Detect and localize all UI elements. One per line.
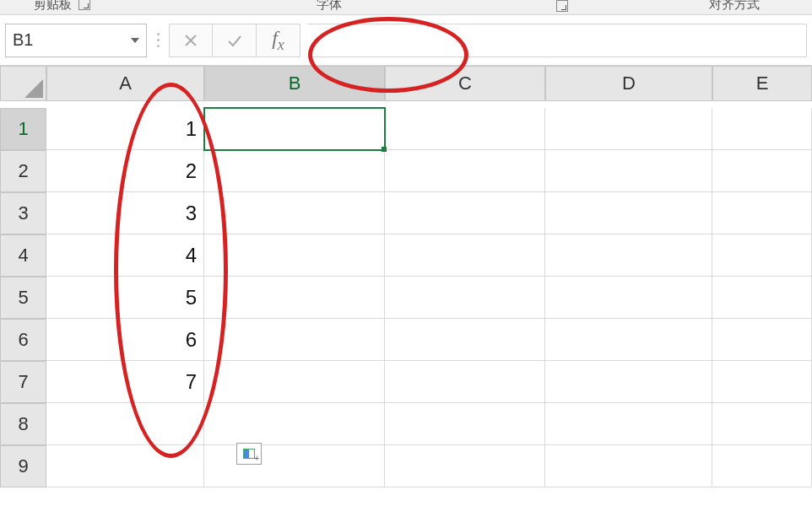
x-icon: [183, 33, 198, 48]
cell-B9[interactable]: [204, 445, 385, 487]
dialog-launcher-icon[interactable]: [78, 0, 90, 10]
autofill-icon: [243, 449, 255, 459]
chevron-down-icon[interactable]: [131, 38, 139, 43]
formula-bar-row: B1 fx: [0, 15, 812, 66]
cell-B6[interactable]: [204, 319, 385, 361]
cell-A4[interactable]: 4: [46, 234, 204, 277]
ribbon-group-alignment: 对齐方式: [709, 0, 760, 13]
cell-B5[interactable]: [204, 277, 385, 319]
row-header-1[interactable]: 1: [0, 108, 46, 150]
formula-bar-buttons: fx: [169, 24, 300, 57]
cell-D4[interactable]: [545, 234, 712, 277]
row-header-6[interactable]: 6: [0, 319, 46, 361]
row-header-5[interactable]: 5: [0, 277, 46, 319]
cell-C7[interactable]: [385, 361, 545, 403]
cell-C8[interactable]: [385, 403, 545, 445]
autofill-options-button[interactable]: +: [236, 443, 262, 465]
cell-A5[interactable]: 5: [46, 277, 204, 319]
column-header-B[interactable]: B: [204, 66, 385, 101]
plus-icon: +: [254, 455, 259, 463]
cell-C2[interactable]: [385, 150, 545, 192]
cell-B8[interactable]: [204, 403, 385, 445]
cell-E4[interactable]: [712, 234, 812, 277]
cell-A9[interactable]: [46, 445, 204, 487]
cell-C6[interactable]: [385, 319, 545, 361]
cell-A2[interactable]: 2: [46, 150, 204, 192]
separator-dots: [154, 33, 162, 47]
row-header-3[interactable]: 3: [0, 192, 46, 234]
check-icon: [226, 32, 243, 49]
cell-D3[interactable]: [545, 192, 712, 234]
cell-C4[interactable]: [385, 234, 545, 277]
cell-B1[interactable]: [204, 108, 385, 150]
row-header-2[interactable]: 2: [0, 150, 46, 192]
cell-C9[interactable]: [385, 445, 545, 487]
ribbon-group-font: 字体: [317, 0, 342, 13]
row-header-9[interactable]: 9: [0, 445, 46, 487]
cell-D1[interactable]: [545, 108, 712, 150]
cell-E5[interactable]: [712, 277, 812, 319]
cell-A7[interactable]: 7: [46, 361, 204, 403]
cell-D8[interactable]: [545, 403, 712, 445]
formula-input[interactable]: [307, 24, 807, 57]
cell-A6[interactable]: 6: [46, 319, 204, 361]
cell-B3[interactable]: [204, 192, 385, 234]
cell-A1[interactable]: 1: [46, 108, 204, 150]
cell-C5[interactable]: [385, 277, 545, 319]
column-header-D[interactable]: D: [545, 66, 712, 101]
name-box-value: B1: [13, 30, 33, 50]
ribbon-group-labels: 剪贴板 字体 对齐方式: [0, 0, 812, 15]
cell-D6[interactable]: [545, 319, 712, 361]
cell-C1[interactable]: [385, 108, 545, 150]
cell-A8[interactable]: [46, 403, 204, 445]
cell-D7[interactable]: [545, 361, 712, 403]
spreadsheet-grid[interactable]: A B C D E 1 1 2 2 3 3 4 4 5 5 6 6 7 7 8: [0, 66, 812, 487]
cell-E3[interactable]: [712, 192, 812, 234]
column-header-C[interactable]: C: [385, 66, 545, 101]
name-box[interactable]: B1: [5, 24, 147, 57]
cell-B2[interactable]: [204, 150, 385, 192]
cell-A3[interactable]: 3: [46, 192, 204, 234]
ribbon-group-clipboard: 剪贴板: [34, 0, 90, 13]
row-header-8[interactable]: 8: [0, 403, 46, 445]
cell-D2[interactable]: [545, 150, 712, 192]
cell-D9[interactable]: [545, 445, 712, 487]
dialog-launcher-icon[interactable]: [556, 0, 568, 12]
column-header-E[interactable]: E: [712, 66, 812, 101]
cell-C3[interactable]: [385, 192, 545, 234]
select-all-corner[interactable]: [0, 66, 46, 101]
insert-function-button[interactable]: fx: [257, 24, 300, 57]
fx-icon: fx: [272, 27, 284, 54]
cancel-edit-button: [169, 24, 213, 57]
cell-D5[interactable]: [545, 277, 712, 319]
cell-B4[interactable]: [204, 234, 385, 277]
cell-B7[interactable]: [204, 361, 385, 403]
cell-E1[interactable]: [712, 108, 812, 150]
column-header-A[interactable]: A: [46, 66, 204, 101]
cell-E9[interactable]: [712, 445, 812, 487]
confirm-edit-button: [213, 24, 257, 57]
cell-E7[interactable]: [712, 361, 812, 403]
cell-E2[interactable]: [712, 150, 812, 192]
row-header-7[interactable]: 7: [0, 361, 46, 403]
cell-E8[interactable]: [712, 403, 812, 445]
cell-E6[interactable]: [712, 319, 812, 361]
row-header-4[interactable]: 4: [0, 234, 46, 277]
